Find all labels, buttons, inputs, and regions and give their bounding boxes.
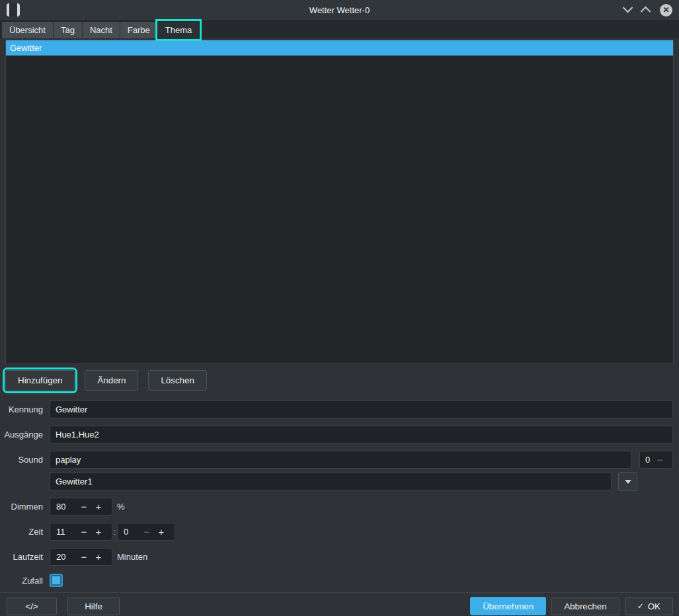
plus-icon[interactable]: + (91, 527, 106, 537)
row-laufzeit: Laufzeit 20 − + Minuten (0, 548, 679, 566)
laufzeit-value: 20 (56, 552, 77, 562)
dimmen-spinbox[interactable]: 80 − + (50, 498, 112, 516)
sound-repeat-spinbox[interactable]: 0 − (639, 451, 673, 469)
close-icon: ✕ (662, 6, 669, 14)
titlebar: Wetter Wetter-0 ✕ (0, 0, 679, 20)
laufzeit-label: Laufzeit (0, 552, 43, 562)
dimmen-value: 80 (56, 502, 77, 512)
footer: </> Hilfe Übernehmen Abbrechen ✓ OK (7, 597, 673, 615)
sound-value: paplay (56, 455, 81, 465)
zeit-minute-spinbox[interactable]: 0 − + (117, 523, 175, 541)
zufall-checkbox[interactable] (50, 574, 63, 587)
tab-thema[interactable]: Thema (158, 22, 199, 38)
dimmen-label: Dimmen (0, 502, 43, 512)
zeit-label: Zeit (0, 527, 43, 537)
row-zeit: Zeit 11 − + : 0 − + (0, 523, 679, 541)
list-item-gewitter[interactable]: Gewitter (6, 40, 673, 56)
footer-right: Übernehmen Abbrechen ✓ OK (470, 597, 673, 615)
ok-button[interactable]: ✓ OK (625, 597, 673, 615)
help-button[interactable]: Hilfe (67, 597, 120, 615)
tab-label: Übersicht (9, 25, 46, 35)
ausgaenge-label: Ausgänge (0, 430, 43, 440)
sound-label: Sound (0, 455, 43, 465)
add-button[interactable]: Hinzufügen (5, 370, 75, 391)
tab-farbe[interactable]: Farbe (120, 22, 158, 38)
row-sound-file: Gewitter1 (0, 473, 679, 490)
row-sound: Sound paplay 0 − (0, 451, 679, 469)
check-icon: ✓ (637, 601, 644, 611)
plus-icon[interactable]: + (91, 502, 106, 512)
kennung-input[interactable]: Gewitter (50, 401, 673, 418)
minus-icon[interactable]: − (140, 527, 154, 537)
row-zufall: Zufall (0, 573, 679, 588)
ok-label: OK (648, 601, 660, 611)
minus-icon[interactable]: − (77, 502, 91, 512)
kennung-value: Gewitter (56, 404, 87, 414)
plus-icon[interactable]: + (91, 552, 106, 562)
maximize-button[interactable] (642, 5, 649, 15)
theme-form: Kennung Gewitter Ausgänge Hue1,Hue2 Soun… (0, 401, 679, 595)
footer-left: </> Hilfe (7, 597, 120, 615)
minus-icon[interactable]: − (77, 552, 91, 562)
footer-separator (0, 592, 679, 593)
tab-tag[interactable]: Tag (54, 22, 83, 38)
sound-repeat-value: 0 (645, 455, 653, 465)
edit-button[interactable]: Ändern (85, 370, 138, 391)
window-controls: ✕ (624, 4, 672, 17)
ausgaenge-value: Hue1,Hue2 (56, 430, 99, 440)
sound-file-input[interactable]: Gewitter1 (50, 473, 612, 490)
window-title: Wetter Wetter-0 (0, 5, 679, 15)
tab-nacht[interactable]: Nacht (83, 22, 120, 38)
delete-button[interactable]: Löschen (148, 370, 206, 391)
laufzeit-spinbox[interactable]: 20 − + (50, 548, 112, 566)
cancel-button[interactable]: Abbrechen (551, 597, 619, 615)
zufall-label: Zufall (0, 576, 43, 586)
zeit-separator: : (112, 527, 117, 537)
chevron-up-icon (641, 6, 651, 17)
tab-uebersicht[interactable]: Übersicht (2, 22, 54, 38)
sound-file-dropdown-button[interactable] (618, 472, 637, 491)
tab-bar: Übersicht Tag Nacht Farbe Thema (0, 20, 679, 38)
zeit-hour-value: 11 (56, 527, 77, 537)
close-button[interactable]: ✕ (660, 4, 672, 17)
app-window: Wetter Wetter-0 ✕ Übersicht Tag Nacht Fa… (0, 0, 679, 616)
tab-label: Farbe (128, 25, 150, 35)
minus-icon[interactable]: − (77, 527, 91, 537)
minimize-button[interactable] (624, 5, 631, 15)
list-item-label: Gewitter (10, 43, 42, 53)
dimmen-unit: % (117, 502, 125, 512)
row-dimmen: Dimmen 80 − + % (0, 498, 679, 516)
plus-icon[interactable]: + (154, 527, 169, 537)
chevron-down-icon (623, 2, 633, 13)
theme-list[interactable]: Gewitter (5, 40, 674, 364)
sound-input[interactable]: paplay (50, 451, 631, 469)
laufzeit-unit: Minuten (117, 552, 147, 562)
tab-label: Tag (61, 25, 75, 35)
kennung-label: Kennung (0, 404, 43, 414)
minus-icon[interactable]: − (653, 455, 667, 465)
zeit-hour-spinbox[interactable]: 11 − + (50, 523, 112, 541)
code-button[interactable]: </> (7, 597, 57, 615)
ausgaenge-input[interactable]: Hue1,Hue2 (50, 426, 673, 443)
row-kennung: Kennung Gewitter (0, 401, 679, 418)
list-actions: Hinzufügen Ändern Löschen (5, 370, 207, 391)
dropdown-arrow-icon (625, 480, 631, 484)
sound-file-value: Gewitter1 (56, 477, 93, 486)
tab-label: Nacht (90, 25, 112, 35)
row-ausgaenge: Ausgänge Hue1,Hue2 (0, 426, 679, 443)
tab-label: Thema (165, 25, 192, 35)
zeit-minute-value: 0 (124, 527, 140, 537)
apply-button[interactable]: Übernehmen (470, 597, 546, 615)
